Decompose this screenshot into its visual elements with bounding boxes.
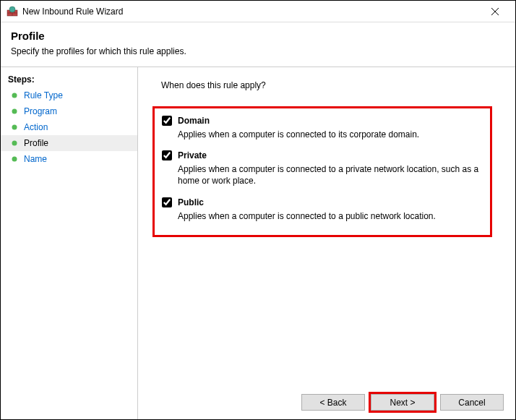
svg-point-9	[12, 109, 17, 114]
bullet-icon	[11, 108, 18, 115]
step-program[interactable]: Program	[1, 103, 137, 119]
bullet-icon	[11, 155, 18, 163]
next-button[interactable]: Next >	[371, 394, 434, 411]
content-prompt: When does this rule apply?	[161, 80, 501, 90]
window-title: New Inbound Rule Wizard	[22, 7, 481, 17]
svg-point-10	[12, 125, 17, 130]
step-rule-type[interactable]: Rule Type	[1, 87, 137, 103]
steps-label: Steps:	[1, 72, 137, 87]
page-title: Profile	[11, 30, 505, 42]
checkbox-domain[interactable]	[162, 116, 172, 126]
svg-point-11	[12, 141, 17, 146]
svg-point-5	[9, 7, 15, 12]
option-desc: Applies when a computer is connected to …	[178, 210, 480, 222]
bullet-icon	[11, 124, 18, 131]
step-name[interactable]: Name	[1, 151, 137, 167]
close-button[interactable]	[481, 1, 509, 22]
step-label: Profile	[24, 138, 48, 148]
svg-point-8	[12, 93, 17, 98]
option-label: Private	[178, 150, 207, 160]
highlight-box: Domain Applies when a computer is connec…	[152, 106, 492, 237]
steps-sidebar: Steps: Rule Type Program Action	[1, 67, 138, 419]
checkbox-private[interactable]	[162, 150, 172, 160]
titlebar: New Inbound Rule Wizard	[1, 1, 515, 22]
wizard-body: Steps: Rule Type Program Action	[1, 67, 515, 419]
cancel-button[interactable]: Cancel	[440, 394, 504, 411]
option-domain: Domain Applies when a computer is connec…	[162, 116, 480, 140]
option-desc: Applies when a computer is connected to …	[178, 129, 480, 140]
svg-point-12	[12, 157, 17, 162]
step-label: Program	[24, 106, 57, 116]
wizard-window: New Inbound Rule Wizard Profile Specify …	[0, 0, 516, 420]
button-row: < Back Next > Cancel	[301, 394, 504, 411]
option-desc: Applies when a computer is connected to …	[178, 163, 480, 187]
option-label: Public	[178, 197, 204, 207]
firewall-icon	[7, 6, 18, 17]
wizard-header: Profile Specify the profiles for which t…	[1, 22, 515, 67]
option-private: Private Applies when a computer is conne…	[162, 150, 480, 187]
page-subtitle: Specify the profiles for which this rule…	[11, 46, 505, 56]
option-public: Public Applies when a computer is connec…	[162, 197, 480, 222]
back-button[interactable]: < Back	[301, 394, 365, 411]
bullet-icon	[11, 140, 18, 147]
option-label: Domain	[178, 116, 210, 126]
content-pane: When does this rule apply? Domain Applie…	[138, 67, 515, 419]
step-label: Name	[24, 154, 47, 164]
step-label: Action	[24, 122, 48, 132]
checkbox-public[interactable]	[162, 197, 172, 207]
step-action[interactable]: Action	[1, 119, 137, 135]
bullet-icon	[11, 92, 18, 99]
step-profile[interactable]: Profile	[1, 135, 137, 151]
step-label: Rule Type	[24, 90, 63, 100]
